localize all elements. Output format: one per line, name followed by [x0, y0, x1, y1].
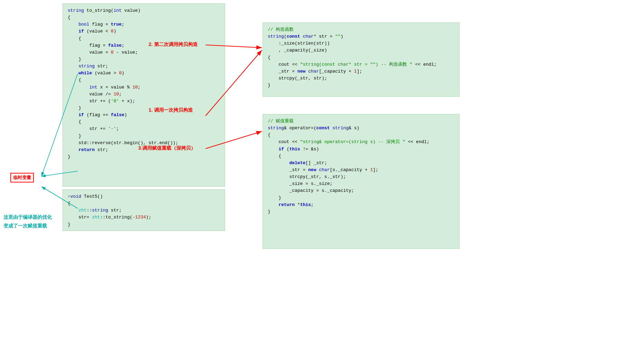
arrow-label-3: 3.调用赋值重载（深拷贝）	[138, 145, 196, 151]
code-line: }	[68, 153, 220, 160]
code-line: int x = value % 10;	[68, 84, 220, 91]
code-line: }	[68, 56, 220, 63]
constructor-box: // 构造函数 string(const char* str = "") :_s…	[263, 22, 460, 97]
code-line: value /= 10;	[68, 91, 220, 98]
assignment-operator-box: // 赋值重载 string& operator=(const string& …	[263, 114, 460, 249]
code-line: {	[68, 35, 220, 42]
code-line: bool flag = true;	[68, 21, 220, 28]
code-line: }	[268, 208, 454, 215]
code-line: cout << "string& operator=(string s) -- …	[268, 139, 454, 146]
code-line: =void Test5()	[68, 193, 220, 200]
code-line: {	[68, 200, 220, 207]
code-line: }	[268, 195, 454, 202]
code-line: _size = s._size;	[268, 180, 454, 187]
code-line: }	[68, 105, 220, 112]
code-line: value = 0 - value;	[68, 49, 220, 56]
code-line: {	[268, 132, 454, 139]
code-line: while (value > 0)	[68, 70, 220, 77]
code-line: strcpy(_str, s._str);	[268, 174, 454, 180]
code-line: {	[268, 54, 454, 61]
code-line: , _capacity(_size)	[268, 47, 454, 54]
to-string-function-box: string to_string(int value) { bool flag …	[63, 3, 225, 187]
code-line: :_size(strlen(str))	[268, 40, 454, 47]
code-line: {	[68, 14, 220, 21]
code-line: str= zht::to_string(-1234);	[68, 214, 220, 221]
code-line: string str;	[68, 63, 220, 70]
arrow-label-2: 2. 第二次调用拷贝构造	[149, 41, 198, 48]
code-line: string(const char* str = "")	[268, 33, 454, 40]
code-line: // 构造函数	[268, 26, 454, 33]
arrow-label-1: 1. 调用一次拷贝构造	[149, 107, 193, 113]
test5-function-box: =void Test5() { zht::string str; str= zh…	[63, 189, 225, 231]
annotation-line2: 变成了一次赋值重载	[3, 223, 47, 229]
code-line: if (value < 0)	[68, 28, 220, 35]
code-line: return *this;	[268, 202, 454, 208]
code-line: {	[268, 153, 454, 160]
code-line: if (flag == false)	[68, 112, 220, 119]
code-line: }	[68, 133, 220, 140]
code-line: str += ('0' + x);	[68, 98, 220, 105]
code-line: delete[] _str;	[268, 160, 454, 167]
code-line: zht::string str;	[68, 207, 220, 214]
annotation-line1: 这里由于编译器的优化	[3, 214, 52, 221]
code-line: str += '-';	[68, 125, 220, 132]
code-line: }	[268, 82, 454, 89]
code-line: {	[68, 77, 220, 84]
code-line: string& operator=(const string& s)	[268, 125, 454, 132]
code-line: if (this != &s)	[268, 146, 454, 153]
code-line: _capacity = s._capacity;	[268, 187, 454, 194]
code-line: strcpy(_str, str);	[268, 75, 454, 82]
code-line: string to_string(int value)	[68, 7, 220, 14]
code-line: _str = new char[_capacity + 1];	[268, 68, 454, 75]
code-line: cout << "string(const char* str = "") --…	[268, 61, 454, 68]
code-line: }	[68, 221, 220, 228]
code-line: // 赋值重载	[268, 118, 454, 125]
code-line: {	[68, 119, 220, 125]
temp-variable-label: 临时变量	[10, 173, 34, 182]
code-line: _str = new char[s._capacity + 1];	[268, 167, 454, 174]
